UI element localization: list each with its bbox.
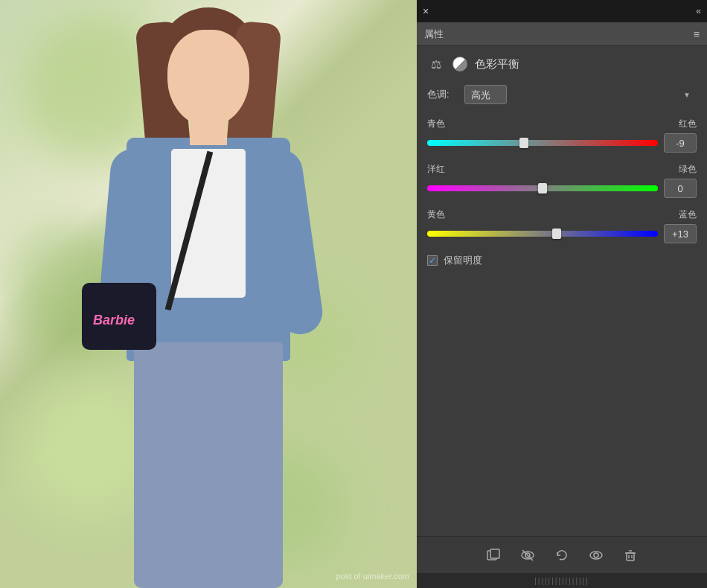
person-figure: Barbie [82,0,335,588]
slider-cyan-red-labels: 青色 红色 [427,118,697,130]
close-button[interactable]: × [423,5,429,17]
inner-shirt [171,149,246,298]
slider-yellow-blue-labels: 黄色 蓝色 [427,208,697,221]
blue-label: 蓝色 [679,208,697,221]
tone-row: 色调: 阴影 中间调 高光 [427,85,697,104]
red-label: 红色 [679,118,697,130]
neck [190,115,227,145]
cb-header: ⚖ 色彩平衡 [427,55,697,73]
face [167,30,249,127]
slider-cyan-red-group [427,137,658,149]
magenta-label: 洋红 [427,163,445,176]
svg-point-6 [594,553,598,557]
jeans [134,342,283,588]
visibility-icon[interactable] [586,545,607,566]
yellow-blue-value[interactable]: +13 [664,224,697,243]
slider-cyan-red-track [427,140,658,146]
tone-select[interactable]: 阴影 中间调 高光 [464,85,507,104]
yellow-label: 黄色 [427,208,445,221]
slider-cyan-red-container[interactable] [427,137,658,149]
slider-yellow-blue-thumb[interactable] [552,229,561,239]
slider-yellow-blue-group [427,228,658,240]
properties-menu-icon[interactable]: ≡ [694,28,700,40]
cb-title: 色彩平衡 [475,57,519,71]
cyan-label: 青色 [427,118,445,130]
properties-header: 属性 ≡ [417,22,707,46]
slider-yellow-blue-row: +13 [427,224,697,243]
bottom-strip: |||||||||||||||| [417,573,707,588]
slider-cyan-red-thumb[interactable] [519,138,528,148]
slider-magenta-green-block: 洋红 绿色 0 [427,163,697,198]
properties-title: 属性 [424,28,444,41]
preserve-luminosity-checkbox[interactable]: ✓ [427,255,438,266]
slider-cyan-red-block: 青色 红色 -9 [427,118,697,153]
photo-panel: Barbie post of uimaker.com [0,0,417,588]
slider-magenta-green-group [427,182,658,194]
slider-magenta-green-labels: 洋红 绿色 [427,163,697,176]
balance-icon: ⚖ [427,55,445,73]
bag-logo: Barbie [93,313,135,328]
strip-indicator: |||||||||||||||| [534,577,589,585]
green-label: 绿色 [679,163,697,176]
svg-rect-7 [627,553,634,560]
cyan-red-value[interactable]: -9 [664,133,697,153]
delete-icon[interactable] [620,545,641,566]
panel-content: ⚖ 色彩平衡 色调: 阴影 中间调 高光 青色 红色 [417,46,707,536]
tone-label: 色调: [427,88,457,101]
slider-magenta-green-thumb[interactable] [538,183,547,194]
slider-yellow-blue-block: 黄色 蓝色 +13 [427,208,697,243]
right-panel: × « 属性 ≡ ⚖ 色彩平衡 色调: 阴影 中间调 高光 [417,0,707,588]
bottom-toolbar [417,536,707,573]
reset-icon[interactable] [551,545,572,566]
preserve-luminosity-row: ✓ 保留明度 [427,254,697,267]
collapse-button[interactable]: « [696,6,701,16]
preserve-luminosity-label: 保留明度 [444,254,482,267]
svg-rect-1 [490,549,499,558]
slider-yellow-blue-container[interactable] [427,228,658,240]
eye-off-icon[interactable] [517,545,538,566]
magenta-green-value[interactable]: 0 [664,179,697,198]
watermark: post of uimaker.com [336,572,409,581]
tone-select-wrapper[interactable]: 阴影 中间调 高光 [464,85,697,104]
slider-magenta-green-row: 0 [427,179,697,198]
slider-cyan-red-row: -9 [427,133,697,153]
check-mark: ✓ [429,255,436,266]
layer-icon[interactable] [483,545,504,566]
slider-magenta-green-container[interactable] [427,182,658,194]
slider-yellow-blue-track [427,231,658,237]
top-black-bar: × « [417,0,707,22]
circle-icon [452,57,467,71]
